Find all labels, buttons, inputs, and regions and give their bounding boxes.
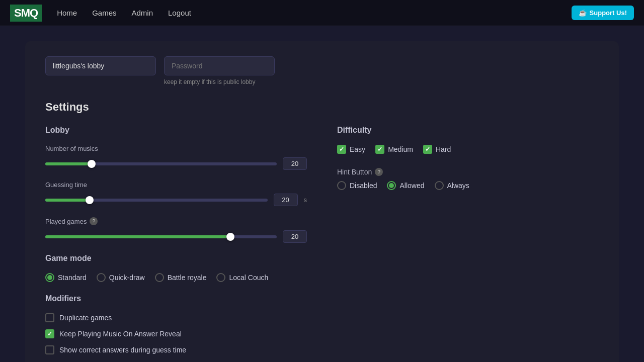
guessing-time-slider-group: Guessing time s [45,181,307,206]
modifier-duplicate: Duplicate games [45,313,307,322]
logo: SMQ [10,5,42,22]
support-button[interactable]: ☕ Support Us! [572,6,634,20]
guessing-time-unit: s [304,196,307,204]
hint-disabled[interactable]: Disabled [337,181,377,190]
main-card: keep it empty if this is public lobby Se… [25,41,619,362]
lobby-name-input[interactable] [45,56,156,75]
played-games-label: Played games ? [45,217,307,225]
difficulty-hard-checkbox: ✓ [423,145,432,154]
modifier-duplicate-checkbox[interactable] [45,313,54,322]
support-icon: ☕ [579,9,587,17]
support-label: Support Us! [590,9,627,17]
difficulty-title: Difficulty [337,126,599,135]
hint-button-title: Hint Button ? [337,168,599,176]
musics-slider-track [45,162,277,165]
difficulty-medium-checkbox: ✓ [375,145,384,154]
difficulty-medium-checkmark: ✓ [377,146,382,153]
modifiers-title: Modifiers [45,294,307,303]
guessing-time-slider-fill [45,199,90,202]
right-column: Difficulty ✓ Easy ✓ [337,126,599,361]
difficulty-easy[interactable]: ✓ Easy [337,145,365,154]
page-content: keep it empty if this is public lobby Se… [0,26,644,362]
difficulty-hard-checkmark: ✓ [425,146,430,153]
game-mode-localcouch-radio [216,273,225,282]
game-mode-quickdraw[interactable]: Quick-draw [97,273,145,282]
played-games-slider-fill [45,235,230,238]
hint-allowed-radio [387,181,396,190]
musics-slider-group: Number of musics [45,145,307,170]
nav-links: Home Games Admin Logout [57,9,571,17]
hint-radio-row: Disabled Allowed Always [337,181,599,190]
modifier-showcorrect-label: Show correct answers during guess time [59,346,186,354]
difficulty-hard-label: Hard [436,145,451,153]
game-mode-standard-radio [45,273,54,282]
game-mode-battleroyale-radio [155,273,164,282]
game-mode-standard-label: Standard [58,274,87,282]
top-inputs: keep it empty if this is public lobby [45,56,599,85]
game-mode-quickdraw-radio [97,273,106,282]
hint-always-radio [435,181,444,190]
guessing-time-label: Guessing time [45,181,307,189]
modifier-duplicate-label: Duplicate games [59,314,112,322]
lobby-name-group [45,56,156,75]
game-mode-localcouch-label: Local Couch [229,274,268,282]
hint-allowed-label: Allowed [399,182,424,190]
game-mode-localcouch[interactable]: Local Couch [216,273,268,282]
modifiers-section: Modifiers Duplicate games ✓ Keep Playing… [45,294,307,354]
musics-slider-row [45,157,307,170]
difficulty-hard[interactable]: ✓ Hard [423,145,451,154]
hint-disabled-label: Disabled [350,182,377,190]
game-mode-radio-row: Standard Quick-draw Battle royale [45,273,307,282]
modifier-showcorrect: Show correct answers during guess time [45,345,307,354]
modifier-keepplaying-checkbox[interactable]: ✓ [45,329,54,338]
hint-allowed-radio-inner [389,183,394,188]
musics-slider-fill [45,162,92,165]
difficulty-checkbox-row: ✓ Easy ✓ Medium [337,145,599,154]
guessing-time-slider-track [45,199,268,202]
musics-label: Number of musics [45,145,307,152]
modifier-keepplaying-checkmark: ✓ [47,330,52,337]
game-mode-title: Game mode [45,254,307,263]
password-input[interactable] [164,56,275,75]
hint-button-section: Hint Button ? Disabled [337,168,599,190]
password-group: keep it empty if this is public lobby [164,56,275,85]
game-mode-section: Game mode Standard Quick-draw [45,254,307,282]
played-games-slider-row [45,230,307,243]
played-games-value-input[interactable] [283,230,307,243]
difficulty-easy-checkbox: ✓ [337,145,346,154]
settings-grid: Lobby Number of musics [45,126,599,361]
hint-always[interactable]: Always [435,181,469,190]
modifier-showcorrect-checkbox[interactable] [45,345,54,354]
played-games-slider-thumb[interactable] [226,233,234,241]
settings-title: Settings [45,101,599,114]
played-games-help-icon[interactable]: ? [90,217,98,225]
guessing-time-value-input[interactable] [274,194,298,206]
lobby-section-title: Lobby [45,126,307,135]
hint-allowed[interactable]: Allowed [387,181,424,190]
difficulty-medium-label: Medium [388,145,413,153]
modifier-keepplaying: ✓ Keep Playing Music On Answer Reveal [45,329,307,338]
difficulty-section: Difficulty ✓ Easy ✓ [337,126,599,154]
nav-games[interactable]: Games [92,9,116,17]
nav-home[interactable]: Home [57,9,77,17]
guessing-time-slider-thumb[interactable] [86,196,94,204]
navbar: SMQ Home Games Admin Logout ☕ Support Us… [0,0,644,26]
musics-slider-thumb[interactable] [88,160,96,168]
game-mode-quickdraw-label: Quick-draw [109,274,145,282]
game-mode-standard[interactable]: Standard [45,273,87,282]
hint-disabled-radio [337,181,346,190]
nav-admin[interactable]: Admin [132,9,153,17]
difficulty-easy-checkmark: ✓ [339,146,344,153]
left-column: Lobby Number of musics [45,126,307,361]
difficulty-medium[interactable]: ✓ Medium [375,145,413,154]
nav-logout[interactable]: Logout [168,9,191,17]
hint-always-label: Always [447,182,469,190]
game-mode-battleroyale-label: Battle royale [168,274,207,282]
guessing-time-slider-row: s [45,194,307,206]
hint-help-icon[interactable]: ? [375,168,383,176]
musics-value-input[interactable] [283,157,307,170]
password-hint: keep it empty if this is public lobby [164,78,275,85]
modifier-keepplaying-label: Keep Playing Music On Answer Reveal [59,330,182,338]
game-mode-battleroyale[interactable]: Battle royale [155,273,207,282]
difficulty-easy-label: Easy [350,145,365,153]
